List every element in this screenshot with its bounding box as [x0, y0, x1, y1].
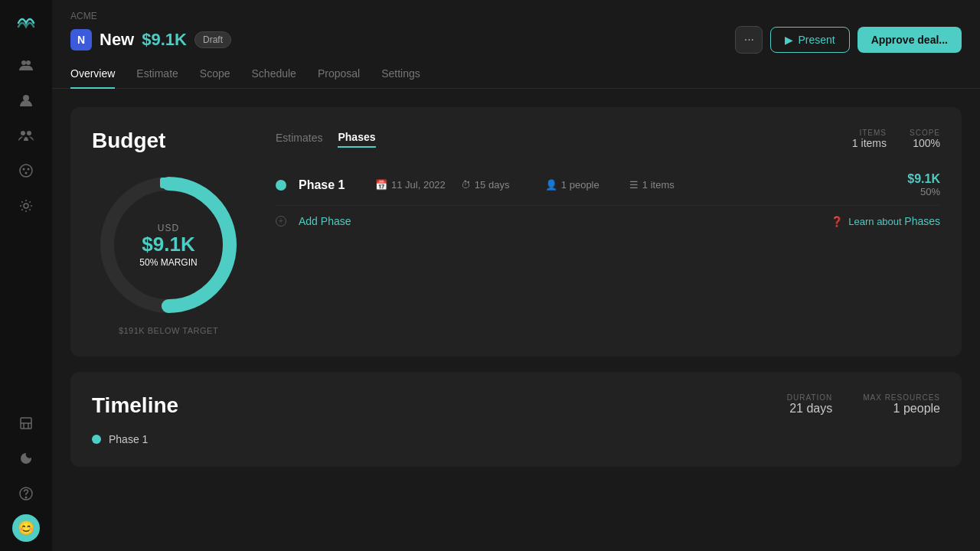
budget-title: Budget [92, 129, 245, 153]
tab-settings[interactable]: Settings [381, 67, 420, 89]
budget-card: Budget USD $9.1K 50% M [70, 107, 962, 357]
svg-point-7 [28, 168, 30, 171]
user-nav-icon[interactable] [11, 86, 41, 115]
timeline-title: Timeline [92, 393, 178, 418]
breadcrumb: ACME [70, 11, 962, 21]
settings-nav-icon[interactable] [11, 191, 41, 220]
items-stat-label: ITEMS [852, 129, 887, 137]
add-phase-row: + Add Phase ❓ Learn about Phases [276, 206, 940, 236]
timeline-stats: DURATION 21 days MAX RESOURCES 1 people [787, 393, 940, 416]
list-icon: ☰ [629, 179, 639, 191]
approve-deal-button[interactable]: Approve deal... [858, 27, 962, 53]
sidebar-bottom: 😊 [11, 409, 41, 542]
donut-chart: USD $9.1K 50% MARGIN [92, 168, 245, 321]
user-avatar[interactable]: 😊 [12, 514, 40, 542]
svg-point-9 [24, 204, 28, 208]
team-nav-icon[interactable] [11, 51, 41, 80]
more-options-button[interactable]: ··· [735, 26, 763, 54]
timeline-phase-name: Phase 1 [109, 433, 148, 445]
main-content: ACME N New $9.1K Draft ··· ▶ Present App… [52, 0, 980, 551]
budget-right: Estimates Phases ITEMS 1 items SCOPE 100… [276, 129, 940, 236]
tab-overview[interactable]: Overview [70, 67, 115, 89]
estimates-tab[interactable]: Estimates [276, 132, 322, 147]
building-nav-icon[interactable] [11, 409, 41, 438]
phase-dot [276, 180, 286, 191]
phase-meta: 📅 11 Jul, 2022 ⏱ 15 days 👤 [375, 179, 907, 191]
duration-value: 21 days [787, 402, 832, 416]
max-resources-value: 1 people [863, 402, 940, 416]
svg-point-8 [25, 172, 28, 174]
phase-row-content: Phase 1 📅 11 Jul, 2022 ⏱ 15 [299, 172, 940, 197]
donut-center: USD $9.1K 50% MARGIN [139, 223, 197, 268]
project-budget: $9.1K [142, 30, 187, 50]
svg-point-4 [27, 131, 31, 135]
header-actions: ··· ▶ Present Approve deal... [735, 26, 962, 54]
learn-phases: ❓ Learn about Phases [831, 215, 940, 227]
present-button[interactable]: ▶ Present [770, 27, 849, 53]
help-nav-icon[interactable] [11, 479, 41, 508]
tab-estimate[interactable]: Estimate [136, 67, 178, 89]
scope-stat: SCOPE 100% [910, 129, 940, 149]
scope-stat-label: SCOPE [910, 129, 940, 137]
users-nav-icon[interactable] [11, 121, 41, 150]
phase-name: Phase 1 [299, 178, 375, 192]
tab-proposal[interactable]: Proposal [318, 67, 360, 89]
phase-row: Phase 1 📅 11 Jul, 2022 ⏱ 15 [276, 165, 940, 206]
items-stat-value: 1 items [852, 137, 887, 149]
page-content: Budget USD $9.1K 50% M [52, 89, 980, 551]
below-target-label: $191K BELOW TARGET [92, 326, 245, 335]
budget-stats: ITEMS 1 items SCOPE 100% [852, 129, 940, 149]
phase-pct: 50% [907, 186, 940, 197]
tab-schedule[interactable]: Schedule [252, 67, 296, 89]
calendar-icon: 📅 [375, 179, 387, 191]
duration-label: DURATION [787, 393, 832, 402]
palette-nav-icon[interactable] [11, 156, 41, 185]
phase-amount: $9.1K 50% [907, 172, 940, 197]
timeline-dot [92, 435, 101, 444]
logo[interactable] [12, 9, 40, 37]
svg-point-5 [20, 165, 32, 177]
play-icon: ▶ [785, 34, 793, 46]
sidebar: 😊 [0, 0, 52, 551]
budget-tabs: Estimates Phases ITEMS 1 items SCOPE 100… [276, 129, 940, 149]
svg-point-6 [23, 168, 25, 171]
project-name: New [100, 30, 134, 50]
project-header: N New $9.1K Draft ··· ▶ Present Approve … [70, 26, 962, 54]
svg-point-0 [21, 60, 26, 65]
tab-scope[interactable]: Scope [200, 67, 230, 89]
timeline-header: Timeline DURATION 21 days MAX RESOURCES … [92, 393, 940, 418]
svg-point-1 [26, 60, 31, 65]
moon-nav-icon[interactable] [11, 444, 41, 473]
add-phase-circle: + [276, 216, 286, 227]
donut-currency: USD [139, 223, 197, 233]
timer-icon: ⏱ [461, 179, 471, 191]
project-icon: N [70, 29, 92, 51]
budget-card-inner: Budget USD $9.1K 50% M [92, 129, 940, 335]
svg-point-3 [21, 131, 25, 135]
svg-point-2 [23, 95, 29, 101]
duration-stat: DURATION 21 days [787, 393, 832, 416]
items-stat: ITEMS 1 items [852, 129, 887, 149]
scope-stat-value: 100% [910, 137, 940, 149]
add-phase-button[interactable]: Add Phase [299, 215, 351, 227]
phases-link[interactable]: Phases [904, 215, 940, 227]
dots-icon: ··· [744, 33, 754, 47]
donut-margin: 50% MARGIN [139, 256, 197, 267]
person-icon: 👤 [545, 179, 557, 191]
phase-price: $9.1K [907, 172, 940, 186]
phase-duration: ⏱ 15 days [461, 179, 530, 191]
phase-people: 👤 1 people [545, 179, 614, 191]
help-circle-icon: ❓ [831, 216, 843, 227]
topbar: ACME N New $9.1K Draft ··· ▶ Present App… [52, 0, 980, 54]
max-resources-label: MAX RESOURCES [863, 393, 940, 402]
svg-point-15 [25, 497, 27, 498]
max-resources-stat: MAX RESOURCES 1 people [863, 393, 940, 416]
draft-badge: Draft [194, 31, 231, 48]
budget-left: Budget USD $9.1K 50% M [92, 129, 245, 335]
phase-list: Phase 1 📅 11 Jul, 2022 ⏱ 15 [276, 165, 940, 236]
timeline-phase-row: Phase 1 [92, 433, 940, 445]
donut-amount: $9.1K [139, 233, 197, 256]
phases-tab[interactable]: Phases [338, 131, 375, 148]
timeline-card: Timeline DURATION 21 days MAX RESOURCES … [70, 372, 962, 467]
phase-date: 📅 11 Jul, 2022 [375, 179, 446, 191]
